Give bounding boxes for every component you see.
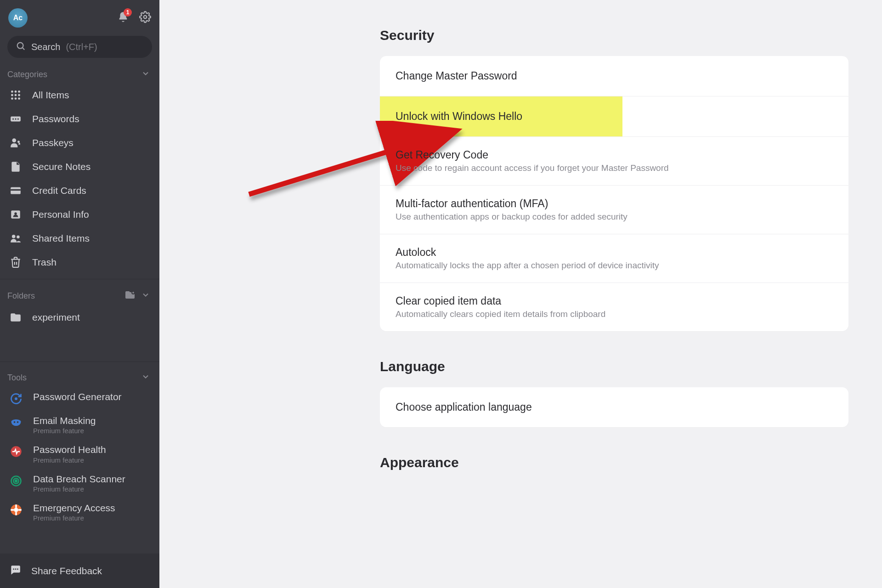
settings-row-choose-application-language[interactable]: Choose application language (380, 387, 848, 427)
sidebar-item-label: Passkeys (32, 137, 74, 148)
search-hint: (Ctrl+F) (66, 42, 97, 52)
search-label: Search (31, 42, 60, 52)
search-input[interactable]: Search (Ctrl+F) (7, 36, 152, 58)
notification-badge: 1 (124, 8, 132, 17)
row-title: Autolock (396, 246, 833, 259)
tool-label: Password Health (33, 444, 106, 456)
sidebar-item-personal-info[interactable]: Personal Info (0, 203, 159, 226)
svg-point-33 (14, 508, 18, 512)
add-folder-icon[interactable] (124, 289, 136, 303)
sidebar-item-all-items[interactable]: All Items (0, 83, 159, 107)
row-title: Clear copied item data (396, 295, 833, 307)
svg-rect-34 (15, 504, 17, 508)
folders-header[interactable]: Folders (0, 284, 159, 305)
trash-icon (9, 256, 22, 269)
search-icon (16, 41, 26, 53)
settings-row-get-recovery-code[interactable]: Get Recovery CodeUse code to regain acco… (380, 137, 848, 186)
note-icon (9, 160, 22, 173)
settings-card-language: Choose application language (380, 387, 848, 427)
svg-point-27 (17, 421, 19, 423)
svg-rect-37 (18, 509, 22, 511)
svg-point-31 (15, 480, 17, 481)
row-title: Get Recovery Code (396, 149, 833, 161)
svg-point-16 (12, 138, 16, 142)
settings-row-unlock-with-windows-hello[interactable]: Unlock with Windows Hello (380, 96, 848, 137)
sidebar-item-shared-items[interactable]: Shared Items (0, 226, 159, 250)
header-actions: 1 (117, 11, 151, 25)
svg-point-13 (12, 118, 14, 119)
sidebar-item-label: Secure Notes (32, 161, 90, 172)
row-title: Change Master Password (396, 70, 833, 82)
svg-point-40 (17, 569, 18, 570)
svg-point-9 (11, 97, 13, 100)
chevron-down-icon (141, 69, 150, 80)
svg-point-1 (17, 42, 23, 48)
tools-title: Tools (7, 373, 27, 383)
sidebar-item-passkeys[interactable]: Passkeys (0, 131, 159, 155)
sidebar-item-trash[interactable]: Trash (0, 250, 159, 274)
sidebar-item-label: Personal Info (32, 209, 89, 220)
settings-card-security: Change Master PasswordUnlock with Window… (380, 56, 848, 331)
card-icon (9, 184, 22, 197)
svg-point-3 (11, 90, 13, 93)
sidebar-item-label: Passwords (32, 113, 79, 124)
sidebar-item-label: All Items (32, 90, 69, 101)
sidebar-item-secure-notes[interactable]: Secure Notes (0, 155, 159, 179)
premium-label: Premium feature (33, 427, 96, 435)
tool-password-health[interactable]: Password HealthPremium feature (0, 439, 159, 468)
passkey-icon (9, 136, 22, 149)
settings-button[interactable] (139, 11, 151, 25)
categories-title: Categories (7, 70, 47, 79)
svg-point-4 (15, 90, 17, 93)
people-icon (9, 232, 22, 245)
svg-point-25 (15, 397, 17, 400)
categories-header[interactable]: Categories (0, 63, 159, 83)
folder-label: experiment (32, 312, 80, 323)
refresh-icon (9, 392, 23, 406)
svg-point-14 (15, 118, 16, 119)
folder-icon (9, 311, 22, 324)
settings-row-autolock[interactable]: AutolockAutomatically locks the app afte… (380, 234, 848, 283)
share-feedback-button[interactable]: Share Feedback (0, 554, 159, 588)
premium-label: Premium feature (33, 456, 106, 464)
svg-point-10 (15, 97, 17, 100)
svg-point-38 (13, 569, 14, 570)
notifications-button[interactable]: 1 (117, 11, 129, 25)
row-title: Choose application language (396, 401, 833, 413)
row-description: Automatically clears copied item details… (396, 309, 833, 319)
tool-email-masking[interactable]: Email MaskingPremium feature (0, 410, 159, 439)
svg-point-6 (11, 94, 13, 96)
svg-point-15 (17, 118, 19, 119)
tool-data-breach-scanner[interactable]: Data Breach ScannerPremium feature (0, 469, 159, 498)
sidebar-item-label: Credit Cards (32, 185, 86, 196)
folder-item-experiment[interactable]: experiment (0, 305, 159, 329)
heartbeat-icon (9, 445, 23, 458)
tool-label: Emergency Access (33, 502, 115, 514)
tool-password-generator[interactable]: Password Generator (0, 386, 159, 410)
settings-row-clear-copied-item-data[interactable]: Clear copied item dataAutomatically clea… (380, 283, 848, 331)
share-feedback-label: Share Feedback (31, 565, 102, 577)
svg-point-21 (14, 212, 17, 215)
sidebar-item-passwords[interactable]: Passwords (0, 107, 159, 131)
premium-label: Premium feature (33, 485, 125, 493)
settings-row-change-master-password[interactable]: Change Master Password (380, 56, 848, 96)
row-description: Automatically locks the app after a chos… (396, 260, 833, 271)
chevron-down-icon (141, 372, 150, 384)
svg-rect-36 (11, 509, 14, 511)
sidebar-item-credit-cards[interactable]: Credit Cards (0, 179, 159, 203)
search-container: Search (Ctrl+F) (0, 32, 159, 63)
svg-point-39 (15, 569, 17, 570)
tool-label: Email Masking (33, 415, 96, 427)
avatar[interactable]: Ac (8, 8, 28, 28)
tools-list: Password GeneratorEmail MaskingPremium f… (0, 386, 159, 526)
row-title: Multi-factor authentication (MFA) (396, 198, 833, 210)
gear-icon (139, 11, 151, 25)
feedback-icon (9, 564, 21, 578)
main-content: SecurityChange Master PasswordUnlock wit… (159, 0, 882, 588)
password-icon (9, 113, 22, 125)
settings-row-multi-factor-authentication-mfa-[interactable]: Multi-factor authentication (MFA)Use aut… (380, 186, 848, 234)
tools-header[interactable]: Tools (0, 367, 159, 386)
row-description: Use code to regain account access if you… (396, 163, 833, 173)
tool-emergency-access[interactable]: Emergency AccessPremium feature (0, 498, 159, 526)
folders-list: experiment (0, 305, 159, 329)
